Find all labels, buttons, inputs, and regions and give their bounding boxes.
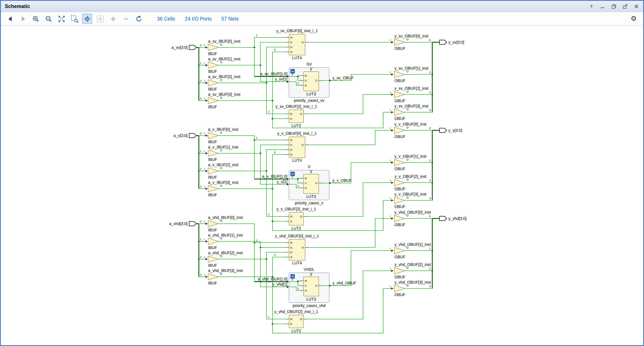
cell-type-label: OBUF [394,116,405,121]
output-port[interactable] [440,216,447,221]
regenerate-icon [134,14,143,23]
net-label: a_sv_IBUF[1:0] [260,72,288,76]
ibuf-cell[interactable] [208,168,218,174]
zoom-in-button[interactable] [30,14,41,24]
pin-label: I0 [290,318,292,321]
bit-index: 1 [256,136,258,139]
zoom-selection-button[interactable] [69,14,79,24]
nets-link[interactable]: 57 Nets [222,16,239,21]
ibuf-cell[interactable] [208,238,218,245]
bit-index: 1 [298,287,299,290]
ibuf-cell[interactable] [208,44,218,51]
instance-label: a_sv_IBUF[1]_inst [208,57,240,61]
obuf-cell[interactable] [394,247,405,254]
obuf-cell[interactable] [394,159,405,166]
pin-label: O [406,178,408,181]
expand-button[interactable] [108,14,118,24]
output-port[interactable] [440,40,447,44]
cell-type-label: OBUF [394,293,405,297]
input-port[interactable] [189,222,196,226]
cells-link[interactable]: 36 Cells [157,16,175,21]
ibuf-cell[interactable] [208,185,218,192]
bit-index: 1 [200,61,202,64]
instance-label: y_v_OBUF[0]_inst [394,122,427,126]
cell-type-label: LUT4 [292,55,302,60]
pin-arrow-icon [206,64,208,66]
pin-label: I1 [290,220,292,223]
pin-arrow-icon [206,258,208,260]
select-area-button[interactable] [82,14,92,24]
ibuf-cell[interactable] [208,256,218,262]
net-wire[interactable] [308,130,391,145]
float-button[interactable] [622,3,628,9]
obuf-cell[interactable] [394,39,405,45]
input-port-label: a_v[3:0] [174,133,188,138]
obuf-cell[interactable] [394,109,405,115]
instance-label: y_sv_OBUF[2]_inst [394,86,428,91]
net-wire[interactable] [329,251,391,286]
input-port[interactable] [189,45,196,50]
pin-label: O [220,167,222,170]
ibuf-cell[interactable] [208,80,218,86]
lut2-cell[interactable] [289,315,304,328]
zoom-fit-button[interactable] [56,14,66,24]
instance-label: y_vhd_OBUF[0]_inst_i_1 [275,234,319,238]
restore-button[interactable] [610,3,617,9]
collapse-button[interactable] [121,14,131,24]
close-button[interactable] [633,3,639,9]
help-button[interactable]: ? [588,3,594,9]
back-button[interactable] [5,14,15,24]
instance-label: y_v_OBUF[2]_inst_i_1 [276,207,316,211]
net-label: y_sv_OBUF [332,76,354,80]
output-port[interactable] [440,128,447,133]
ibuf-cell[interactable] [208,274,218,280]
schematic-diagram[interactable]: a_sv[3:0]0Ia_sv_IBUF[0]_instIBUFO1Ia_sv_… [1,26,643,345]
obuf-cell[interactable] [394,179,405,186]
ibuf-cell[interactable] [208,150,218,156]
pin-label: O [220,149,222,152]
obuf-cell[interactable] [394,71,405,78]
ibuf-cell[interactable] [208,62,218,68]
cell-type-label: LUT4 [292,158,302,163]
bit-index: 0 [429,39,431,42]
pin-label: O [406,108,408,111]
schematic-canvas[interactable]: a_sv[3:0]0Ia_sv_IBUF[0]_instIBUFO1Ia_sv_… [1,26,643,345]
ibuf-cell[interactable] [208,97,218,104]
obuf-cell[interactable] [394,268,405,274]
io-ports-link[interactable]: 24 I/O Ports [185,16,212,21]
forward-button[interactable] [18,14,28,24]
obuf-cell[interactable] [394,215,405,222]
autofit-selection-button[interactable] [95,14,105,24]
window-title: Schematic [5,3,588,9]
bit-index: 0 [200,220,202,223]
pin-label: I2 [290,148,292,151]
zoom-out-button[interactable] [44,14,54,24]
ibuf-cell[interactable] [208,221,218,227]
pin-label: I [390,159,390,162]
input-port[interactable] [189,133,196,138]
input-port-label: a_vhd[3:0] [169,222,188,226]
instance-label: a_sv_IBUF[0]_inst [208,39,240,44]
cell-type-label: LUT2 [292,226,301,231]
schematic-window: Schematic ? 36 Cells 24 I/O Ports 57 Net… [0,0,644,346]
pin-label: I2 [305,187,307,190]
settings-gear-icon[interactable]: ⚙ [631,15,637,22]
lut2-cell[interactable] [289,110,304,123]
obuf-cell[interactable] [394,91,405,98]
ibuf-cell[interactable] [208,132,218,139]
bit-index: 0 [274,151,276,154]
instance-label: y_vhd_OBUF[2]_inst_i_1 [274,309,318,314]
obuf-cell[interactable] [394,127,405,134]
obuf-cell[interactable] [394,197,405,204]
zoom-fit-icon [57,14,66,23]
lut2-cell[interactable] [289,212,304,225]
obuf-cell[interactable] [394,285,405,292]
minimize-button[interactable] [599,3,605,9]
bit-index: 1 [298,82,299,85]
instance-label: y_sv_OBUF[3]_inst [394,104,428,108]
cell-type-label: OBUF [394,255,405,259]
pin-label: O [315,285,317,287]
regenerate-button[interactable] [134,14,144,24]
net-wire[interactable] [308,218,391,247]
instance-label: y_sv_OBUF[2]_inst_i_1 [276,104,317,109]
